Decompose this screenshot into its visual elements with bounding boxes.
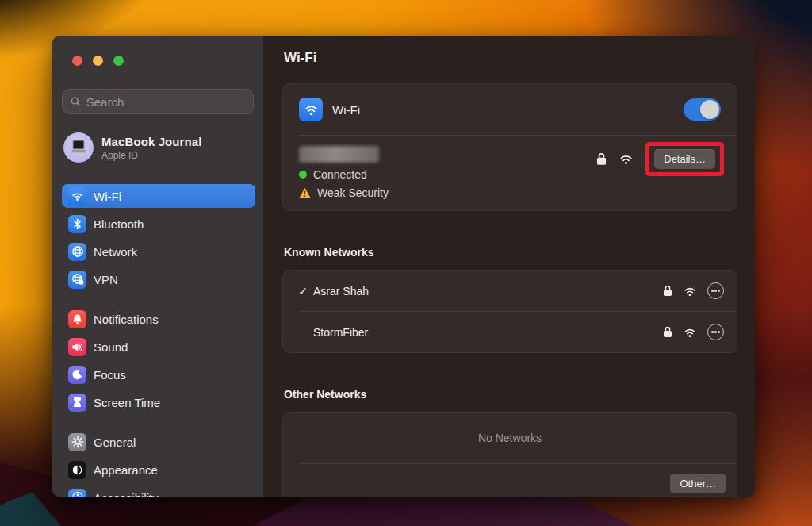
search-input[interactable] — [86, 95, 245, 109]
profile-text: MacBook Journal Apple ID — [102, 135, 202, 161]
checkmark-icon: ✓ — [294, 285, 312, 298]
sidebar-item-label: VPN — [94, 273, 118, 286]
wifi-toggle[interactable] — [684, 98, 721, 121]
sidebar-item-label: Screen Time — [94, 396, 160, 409]
sidebar-item-wifi[interactable]: Wi-Fi — [62, 184, 255, 208]
moon-icon — [68, 366, 86, 384]
sidebar-nav: Wi-Fi Bluetooth — [62, 184, 255, 497]
page-title: Wi-Fi — [284, 50, 737, 66]
other-networks-header: Other Networks — [284, 388, 737, 401]
bell-icon — [68, 310, 86, 328]
apple-id-profile[interactable]: MacBook Journal Apple ID — [62, 132, 254, 163]
close-button[interactable] — [72, 56, 82, 66]
zoom-button[interactable] — [113, 56, 124, 66]
accessibility-icon — [68, 489, 86, 498]
sidebar-item-appearance[interactable]: Appearance — [62, 458, 255, 482]
sidebar-item-label: Appearance — [94, 463, 158, 477]
sidebar-item-screen-time[interactable]: Screen Time — [62, 390, 255, 414]
sidebar-item-bluetooth[interactable]: Bluetooth — [62, 212, 255, 236]
wifi-icon — [299, 98, 323, 121]
sidebar-item-label: Notifications — [94, 313, 159, 326]
sidebar-item-sound[interactable]: Sound — [62, 335, 255, 359]
known-networks-card: ✓ Asrar Shah StormFiber — [282, 270, 737, 353]
system-settings-window: MacBook Journal Apple ID Wi-Fi — [52, 36, 755, 497]
details-button[interactable]: Details… — [654, 149, 715, 169]
network-row-icons — [663, 324, 724, 340]
profile-name: MacBook Journal — [102, 135, 202, 148]
wifi-icon — [68, 187, 86, 205]
more-options-button[interactable] — [707, 324, 724, 340]
macbook-icon — [69, 140, 88, 155]
lock-icon — [663, 285, 672, 297]
security-warning: Weak Security — [299, 186, 721, 199]
sidebar-item-label: Accessibility — [94, 491, 159, 498]
sidebar-item-label: Network — [94, 245, 137, 259]
redacted-network-name — [299, 146, 379, 163]
status-dot-green — [299, 171, 307, 179]
traffic-lights — [52, 36, 263, 66]
known-network-row[interactable]: StormFiber — [283, 312, 737, 352]
no-networks-text: No Networks — [283, 413, 737, 463]
other-button[interactable]: Other… — [670, 474, 726, 493]
other-networks-footer: Other… — [283, 464, 737, 497]
network-name: Asrar Shah — [313, 285, 369, 298]
connected-network-actions: Details… — [596, 142, 724, 176]
status-text: Connected — [313, 168, 367, 181]
nav-group-alerts: Notifications Sound Focus — [62, 307, 255, 414]
sidebar-item-label: Wi-Fi — [94, 190, 121, 203]
wifi-settings-pane: Wi-Fi Wi-Fi Connected — [264, 36, 755, 497]
appearance-icon — [68, 461, 86, 479]
hourglass-icon — [68, 394, 86, 412]
network-row-icons — [663, 282, 724, 299]
warning-icon — [299, 187, 311, 198]
sidebar-item-label: General — [94, 436, 136, 449]
globe-lock-icon — [68, 271, 86, 289]
sidebar-item-focus[interactable]: Focus — [62, 363, 255, 386]
sidebar-item-label: Bluetooth — [94, 217, 144, 231]
wifi-row-label: Wi-Fi — [332, 103, 360, 117]
sidebar-item-accessibility[interactable]: Accessibility — [62, 486, 255, 497]
more-options-button[interactable] — [707, 282, 724, 299]
search-field[interactable] — [62, 89, 254, 114]
connected-network-row: Connected Weak Security — [283, 136, 737, 210]
globe-icon — [68, 243, 86, 261]
nav-group-connectivity: Wi-Fi Bluetooth — [62, 184, 255, 291]
lock-icon — [596, 152, 607, 166]
other-networks-card: No Networks Other… — [282, 412, 737, 497]
known-network-row[interactable]: ✓ Asrar Shah — [283, 271, 737, 311]
network-name: StormFiber — [313, 326, 368, 339]
avatar — [63, 132, 94, 163]
warning-text: Weak Security — [317, 186, 389, 199]
sidebar-item-label: Focus — [94, 368, 126, 382]
settings-sidebar: MacBook Journal Apple ID Wi-Fi — [52, 36, 264, 497]
sidebar-item-network[interactable]: Network — [62, 240, 255, 263]
speaker-icon — [68, 338, 86, 356]
bluetooth-icon — [68, 215, 86, 233]
sidebar-item-label: Sound — [94, 340, 128, 354]
wifi-card: Wi-Fi Connected Weak Security — [282, 83, 737, 211]
wifi-signal-icon — [683, 286, 697, 297]
toggle-knob — [700, 100, 719, 119]
known-networks-header: Known Networks — [284, 246, 737, 259]
lock-icon — [663, 326, 672, 338]
minimize-button[interactable] — [93, 56, 103, 66]
nav-group-general: General Appearance — [62, 430, 255, 497]
sidebar-item-notifications[interactable]: Notifications — [62, 307, 255, 331]
wifi-toggle-row: Wi-Fi — [283, 84, 737, 135]
profile-subtitle: Apple ID — [102, 150, 202, 161]
sidebar-item-general[interactable]: General — [62, 430, 255, 454]
wifi-signal-icon — [683, 327, 697, 338]
wifi-signal-icon — [619, 153, 634, 165]
red-annotation-box: Details… — [645, 142, 724, 176]
sidebar-item-vpn[interactable]: VPN — [62, 267, 255, 291]
search-icon — [71, 96, 81, 107]
gear-icon — [68, 433, 86, 451]
